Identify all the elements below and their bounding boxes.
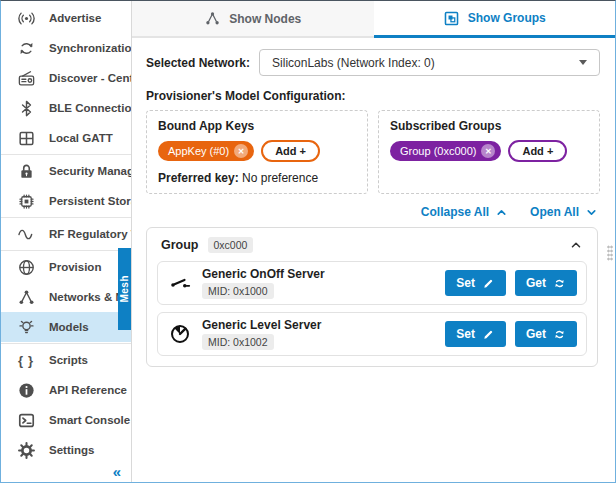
tab-label: Show Groups [468, 11, 546, 25]
sidebar-item-label: Provision [49, 261, 101, 273]
sidebar-item-smart-console[interactable]: Smart Console [1, 405, 131, 435]
model-mid-badge: MID: 0x1002 [202, 334, 274, 350]
set-button[interactable]: Set [445, 270, 506, 296]
sidebar-item-label: Smart Console [49, 414, 130, 426]
group-card-body: Generic OnOff Server MID: 0x1000 Set Get [147, 260, 597, 366]
network-select[interactable]: SiliconLabs (Network Index: 0) [259, 49, 600, 76]
sidebar-item-api-reference[interactable]: API Reference [1, 375, 131, 405]
remove-icon[interactable]: ✕ [234, 144, 248, 158]
sidebar-item-label: Security Manager [49, 165, 131, 177]
get-button[interactable]: Get [515, 321, 577, 347]
sidebar-item-synchronization[interactable]: Synchronization [1, 33, 131, 63]
sidebar-item-advertise[interactable]: Advertise [1, 3, 131, 33]
sidebar-item-settings[interactable]: Settings [1, 435, 131, 460]
sidebar-item-provision[interactable]: Provision [1, 252, 131, 282]
resize-handle[interactable] [607, 245, 613, 261]
model-row-generic-level: Generic Level Server MID: 0x1002 Set Get [157, 312, 587, 356]
model-config-boxes: Bound App Keys AppKey (#0) ✕ Add + Prefe… [146, 110, 600, 194]
sidebar-item-label: Models [49, 321, 89, 333]
group-chip[interactable]: Group (0xc000) ✕ [390, 141, 501, 161]
chevron-down-icon [585, 206, 598, 219]
chevron-up-icon[interactable] [569, 238, 583, 252]
bound-app-keys-title: Bound App Keys [158, 119, 356, 133]
open-all-button[interactable]: Open All [530, 205, 598, 219]
collapse-all-button[interactable]: Collapse All [421, 205, 508, 219]
sidebar-item-label: Advertise [49, 12, 101, 24]
open-all-label: Open All [530, 205, 579, 219]
sidebar-item-discover-central[interactable]: Discover - Central [1, 63, 131, 93]
add-group-button[interactable]: Add + [508, 140, 567, 162]
globe-icon [16, 257, 37, 278]
appkey-chip-label: AppKey (#0) [168, 145, 229, 157]
preferred-key-value: No preference [242, 171, 318, 185]
preferred-key-line: Preferred key: No preference [158, 171, 356, 185]
sidebar: Advertise Synchronization [1, 1, 132, 482]
app-window: Advertise Synchronization [0, 0, 616, 483]
sidebar-footer: « [1, 460, 131, 482]
sidebar-item-security-manager[interactable]: Security Manager [1, 156, 131, 186]
refresh-icon [553, 277, 566, 290]
tab-show-nodes[interactable]: Show Nodes [132, 1, 374, 38]
sidebar-item-models[interactable]: Models [1, 312, 131, 342]
chevron-up-icon [495, 206, 508, 219]
sidebar-divider [1, 250, 131, 251]
set-button-label: Set [456, 276, 475, 290]
group-card-header[interactable]: Group 0xc000 [147, 228, 597, 260]
group-title: Group [161, 238, 199, 252]
add-appkey-button[interactable]: Add + [261, 140, 320, 162]
tab-show-groups[interactable]: Show Groups [374, 1, 616, 38]
sidebar-divider [1, 343, 131, 344]
appkey-chip[interactable]: AppKey (#0) ✕ [158, 141, 254, 161]
collapse-all-label: Collapse All [421, 205, 489, 219]
sidebar-item-label: API Reference [49, 384, 127, 396]
refresh-icon [553, 328, 566, 341]
sidebar-item-label: Local GATT [49, 132, 113, 144]
sidebar-item-scripts[interactable]: { } Scripts [1, 345, 131, 375]
subscribed-groups-box: Subscribed Groups Group (0xc000) ✕ Add + [378, 110, 600, 194]
model-name: Generic Level Server [202, 318, 321, 332]
mesh-tab-label: Mesh [119, 275, 130, 303]
sidebar-item-ble-connections[interactable]: BLE Connections [1, 93, 131, 123]
get-button[interactable]: Get [515, 270, 577, 296]
model-config-title: Provisioner's Model Configuration: [146, 89, 600, 103]
sidebar-collapse-button[interactable]: « [113, 464, 121, 479]
radio-icon [16, 68, 37, 89]
network-nodes-icon [16, 287, 37, 308]
main-panel: Show Nodes Show Groups Selected Network:… [132, 1, 615, 482]
sidebar-item-persistent-storage[interactable]: Persistent Storage [1, 186, 131, 216]
sidebar-item-label: Settings [49, 444, 94, 456]
set-button[interactable]: Set [445, 321, 506, 347]
selected-network-row: Selected Network: SiliconLabs (Network I… [146, 49, 600, 76]
subscribed-groups-title: Subscribed Groups [390, 119, 588, 133]
sine-wave-icon [16, 224, 37, 245]
groups-icon [443, 10, 460, 27]
mesh-vertical-tab[interactable]: Mesh [118, 248, 131, 330]
bluetooth-icon [16, 98, 37, 119]
sidebar-item-label: RF Regulatory Test [49, 228, 131, 240]
sidebar-divider [1, 154, 131, 155]
set-button-label: Set [456, 327, 475, 341]
braces-icon: { } [16, 350, 37, 371]
tab-bar: Show Nodes Show Groups [132, 1, 615, 38]
pencil-icon [482, 328, 495, 341]
sidebar-item-label: Discover - Central [49, 72, 131, 84]
sidebar-item-rf-regulatory-test[interactable]: RF Regulatory Test [1, 219, 131, 249]
chevron-down-icon [579, 60, 587, 65]
sidebar-item-label: Persistent Storage [49, 195, 131, 207]
lock-icon [16, 161, 37, 182]
group-chip-label: Group (0xc000) [400, 145, 476, 157]
model-name: Generic OnOff Server [202, 267, 325, 281]
nodes-icon [204, 10, 221, 27]
sidebar-item-networks-nodes[interactable]: Networks & Nodes [1, 282, 131, 312]
bound-app-keys-box: Bound App Keys AppKey (#0) ✕ Add + Prefe… [146, 110, 368, 194]
expand-controls: Collapse All Open All [146, 205, 598, 219]
info-icon [16, 380, 37, 401]
sidebar-nav: Advertise Synchronization [1, 1, 131, 460]
switch-icon [167, 271, 193, 295]
remove-icon[interactable]: ✕ [481, 144, 495, 158]
broadcast-icon [16, 8, 37, 29]
sidebar-divider [1, 217, 131, 218]
model-mid-badge: MID: 0x1000 [202, 283, 274, 299]
lightbulb-icon [16, 317, 37, 338]
sidebar-item-local-gatt[interactable]: Local GATT [1, 123, 131, 153]
